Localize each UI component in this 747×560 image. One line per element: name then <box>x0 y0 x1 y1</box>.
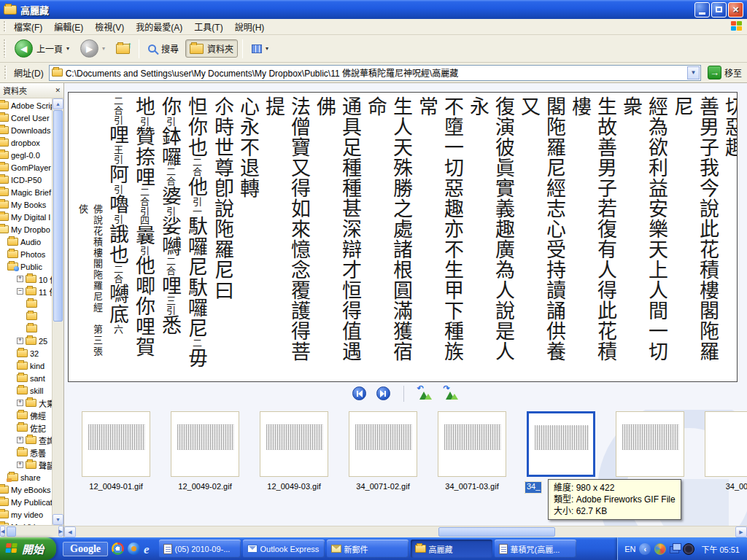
tree-item[interactable]: My Vid <box>0 521 52 525</box>
tree-item[interactable]: GomPlayer <box>0 161 52 174</box>
tree-item[interactable]: +聲韻 <box>0 459 52 471</box>
tree-expander-icon[interactable]: + <box>17 400 23 406</box>
task-button[interactable]: (05) 2010-09-... <box>159 540 241 558</box>
tree-item[interactable]: 佛經 <box>0 409 52 421</box>
windows-media-player-icon[interactable] <box>128 542 140 555</box>
horizontal-scroll-thumb[interactable] <box>7 526 16 537</box>
tree-item[interactable]: 悉曇 <box>0 446 52 459</box>
sidebar-horizontal-scrollbar[interactable]: ◀ ▶ <box>0 525 63 537</box>
thumbnail[interactable] <box>82 411 150 477</box>
tree-item[interactable]: Corel User I <box>0 112 52 124</box>
tree-item[interactable] <box>0 322 52 335</box>
address-input[interactable]: C:\Documents and Settings\user\My Docume… <box>49 65 701 81</box>
tree-item[interactable]: My Publicat <box>0 496 52 508</box>
tree-item[interactable]: share <box>0 471 52 483</box>
tree-item[interactable]: 佐記 <box>0 421 52 434</box>
hide-tray-chevron-icon[interactable]: ‹ <box>639 543 651 555</box>
address-grip[interactable] <box>4 66 7 79</box>
tree-item[interactable]: +查詢 <box>0 434 52 446</box>
folders-button[interactable]: 資料夾 <box>185 39 238 58</box>
scroll-right-icon[interactable]: ▶ <box>735 526 747 537</box>
menu-item[interactable]: 檔案(F) <box>8 18 48 35</box>
tree-item[interactable]: skill <box>0 384 52 397</box>
thumbnail-caption[interactable]: 34_0071-02.gif <box>356 482 409 493</box>
tree-expander-icon[interactable]: − <box>17 288 23 295</box>
toolbar-grip[interactable] <box>4 39 6 58</box>
thumbnail[interactable] <box>260 411 328 477</box>
scroll-right-icon[interactable]: ▶ <box>58 526 63 537</box>
thumbnail[interactable] <box>527 411 595 477</box>
tree-item[interactable]: sant <box>0 372 52 384</box>
vertical-scrollbar[interactable]: ▲ ▼ <box>52 98 63 525</box>
tree-item[interactable]: kind <box>0 359 52 372</box>
tree-item[interactable]: +25 <box>0 335 52 347</box>
tree-item[interactable]: ICD-P50 <box>0 174 52 186</box>
language-indicator[interactable]: EN <box>624 545 635 553</box>
scroll-left-icon[interactable]: ◀ <box>64 526 76 537</box>
menu-item[interactable]: 我的最愛(A) <box>130 18 188 35</box>
taskbar-clock[interactable]: 下午 05:51 <box>701 543 740 555</box>
tree-item[interactable]: Photos <box>0 248 52 260</box>
start-button[interactable]: 開始 <box>0 537 56 560</box>
next-image-button[interactable] <box>376 386 390 400</box>
scroll-left-icon[interactable]: ◀ <box>0 526 5 537</box>
internet-explorer-icon[interactable]: e <box>144 542 150 555</box>
thumbnail[interactable] <box>705 411 747 477</box>
back-dropdown-icon[interactable]: ▾ <box>66 45 69 52</box>
vertical-scroll-thumb[interactable] <box>53 110 63 322</box>
up-button[interactable]: ↑ <box>112 41 134 57</box>
tree-item[interactable]: my video <box>0 508 52 521</box>
google-toolbar[interactable]: Google <box>63 542 108 556</box>
thumbnail-caption[interactable]: 12_0049-01.gif <box>89 482 142 493</box>
color-palette-icon[interactable] <box>654 543 666 555</box>
tree-expander-icon[interactable]: + <box>17 462 23 468</box>
tree-item[interactable]: My eBooks <box>0 483 52 496</box>
thumbnail[interactable] <box>438 411 506 477</box>
address-dropdown-button[interactable]: ▼ <box>687 66 700 79</box>
menu-grip[interactable] <box>4 21 6 32</box>
main-horizontal-scrollbar[interactable]: ◀ ▶ <box>64 526 747 537</box>
media-player-icon[interactable] <box>683 543 694 555</box>
close-button[interactable]: ✕ <box>728 2 743 18</box>
restore-button[interactable] <box>711 2 727 18</box>
tree-item[interactable]: +10 佛 <box>0 273 52 285</box>
rotate-counterclockwise-button[interactable]: ↶ <box>417 388 433 400</box>
views-button[interactable]: ▾ <box>247 42 273 56</box>
menu-item[interactable]: 檢視(V) <box>89 18 130 35</box>
tree-item[interactable] <box>0 310 52 322</box>
tree-expander-icon[interactable]: + <box>17 437 23 443</box>
tree-item[interactable]: Magic Brief <box>0 186 52 198</box>
minimize-button[interactable] <box>694 2 710 18</box>
tree-item[interactable]: −11 佛 <box>0 285 52 298</box>
sutra-image[interactable]: 供養或持帚拂除去塵坌或以一掬水用為灑淨如是之人以志心故獲福無量是人先世所有罪業當… <box>68 92 738 382</box>
thumbnail[interactable] <box>616 411 684 477</box>
views-dropdown-icon[interactable]: ▾ <box>266 45 268 52</box>
tree-item[interactable]: My Dropbo <box>0 223 52 236</box>
task-button[interactable]: 高麗藏 <box>411 540 492 558</box>
scroll-down-icon[interactable]: ▼ <box>53 514 63 525</box>
task-button[interactable]: 新郵件 <box>327 540 409 558</box>
close-folders-icon[interactable]: ✕ <box>55 87 61 94</box>
chrome-icon[interactable] <box>112 542 124 555</box>
menu-item[interactable]: 編輯(E) <box>48 18 89 35</box>
go-button[interactable]: → 移至 <box>705 66 745 79</box>
menu-item[interactable]: 工具(T) <box>188 18 228 35</box>
forward-dropdown-icon[interactable]: ▾ <box>102 45 105 52</box>
tree-item[interactable]: Adobe Scrip <box>0 99 52 112</box>
tree-item[interactable]: 32 <box>0 347 52 359</box>
forward-button[interactable]: ▶ ▾ <box>76 36 109 61</box>
tree-item[interactable]: My Digital I <box>0 211 52 223</box>
tree-item[interactable]: Public <box>0 260 52 273</box>
thumbnail[interactable] <box>349 411 417 477</box>
network-monitors-icon[interactable] <box>670 546 679 553</box>
scroll-up-icon[interactable]: ▲ <box>53 98 63 109</box>
thumbnail[interactable] <box>171 411 239 477</box>
tree-item[interactable]: gegl-0.0 <box>0 149 52 161</box>
thumbnail-caption[interactable]: 34_ <box>525 482 541 493</box>
thumbnail-caption[interactable]: 12_0049-02.gif <box>178 482 231 493</box>
tree-item[interactable]: Audio <box>0 236 52 248</box>
horizontal-scroll-thumb[interactable] <box>438 527 555 537</box>
thumbnail-caption[interactable]: 34_0071-03.gif <box>445 482 498 493</box>
tree-expander-icon[interactable]: + <box>17 338 23 344</box>
tree-item[interactable] <box>0 298 52 310</box>
